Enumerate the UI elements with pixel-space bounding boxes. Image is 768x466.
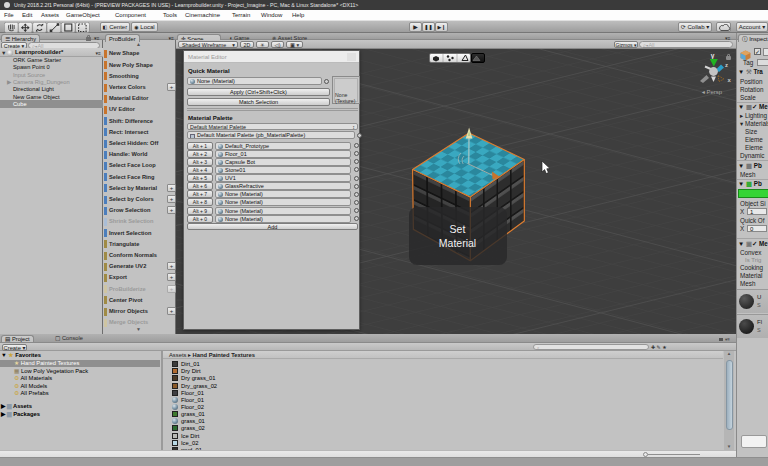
svg-text:y: y (711, 52, 715, 60)
svg-text:◂ Persp: ◂ Persp (702, 89, 723, 95)
svg-text:z: z (725, 62, 728, 68)
svg-text:x: x (728, 77, 732, 83)
